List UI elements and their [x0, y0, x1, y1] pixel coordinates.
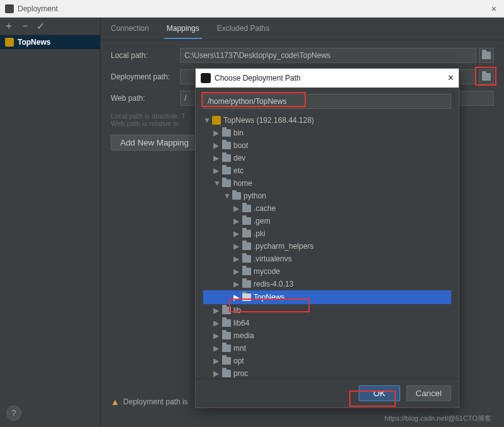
folder-icon	[242, 217, 251, 225]
directory-tree[interactable]: ▼ TopNews (192.168.44.128) ▶ bin ▶ boot …	[203, 114, 451, 379]
folder-icon	[242, 255, 251, 263]
tab-excluded[interactable]: Excluded Paths	[215, 19, 272, 39]
choose-deployment-path-dialog: Choose Deployment Path × /home/python/To…	[195, 68, 459, 408]
local-path-label: Local path:	[111, 51, 180, 60]
remove-server-button[interactable]: －	[20, 20, 30, 33]
sidebar: ＋ － ✓ TopNews	[0, 18, 101, 427]
dialog-close-button[interactable]: ×	[448, 72, 454, 84]
folder-icon	[222, 319, 231, 327]
dialog-footer: OK Cancel	[196, 379, 459, 407]
folder-icon	[482, 52, 491, 59]
deployment-path-label: Deployment path:	[111, 72, 180, 81]
ok-button[interactable]: OK	[359, 385, 400, 401]
folder-icon	[222, 142, 231, 149]
folder-icon	[222, 129, 231, 137]
add-mapping-button[interactable]: Add New Mapping	[111, 135, 198, 151]
tab-mappings[interactable]: Mappings	[164, 19, 202, 39]
local-path-field[interactable]: C:\Users\11737\Desktop\py_code\TopNews	[180, 48, 476, 63]
dialog-titlebar: Choose Deployment Path ×	[196, 69, 459, 88]
folder-icon	[242, 268, 251, 275]
folder-icon	[482, 73, 491, 81]
sidebar-toolbar: ＋ － ✓	[0, 18, 100, 35]
add-server-button[interactable]: ＋	[4, 20, 14, 33]
folder-icon	[242, 230, 251, 237]
pycharm-icon	[201, 73, 211, 83]
window-titlebar: Deployment ×	[0, 0, 504, 18]
tabs: Connection Mappings Excluded Paths	[101, 18, 504, 40]
tab-connection[interactable]: Connection	[108, 19, 152, 39]
validate-button[interactable]: ✓	[36, 20, 45, 32]
folder-icon	[242, 293, 251, 301]
web-path-label: Web path:	[111, 94, 180, 103]
deployment-path-browse-button[interactable]	[479, 69, 494, 84]
folder-icon	[222, 370, 231, 377]
cancel-button[interactable]: Cancel	[406, 385, 452, 401]
window-title: Deployment	[18, 4, 58, 13]
deployment-path-input[interactable]: /home/python/TopNews	[203, 94, 451, 109]
folder-icon	[242, 242, 251, 250]
app-icon	[5, 4, 14, 13]
server-icon	[212, 116, 221, 125]
watermark: https://blog.csdn.net/@51CTO博客	[384, 414, 491, 423]
server-item-topnews[interactable]: TopNews	[0, 35, 100, 49]
folder-icon	[222, 307, 231, 314]
folder-icon	[242, 280, 251, 288]
dialog-title: Choose Deployment Path	[215, 74, 301, 83]
folder-icon	[222, 357, 231, 365]
folder-icon	[222, 167, 231, 174]
warning-icon: ▲	[111, 397, 120, 407]
local-path-browse-button[interactable]	[479, 48, 494, 63]
folder-icon	[232, 192, 241, 200]
folder-icon	[222, 179, 231, 187]
help-button[interactable]: ?	[6, 406, 21, 421]
folder-icon	[222, 332, 231, 339]
warning-row: ▲ Deployment path is	[111, 397, 188, 407]
server-label: TopNews	[18, 38, 50, 47]
warning-text: Deployment path is	[123, 397, 188, 406]
folder-icon	[222, 154, 231, 162]
server-icon	[5, 38, 14, 47]
folder-icon	[242, 205, 251, 212]
folder-icon	[222, 344, 231, 352]
tree-node-topnews[interactable]: ▶ TopNews	[203, 290, 451, 304]
window-close-button[interactable]: ×	[489, 4, 499, 14]
